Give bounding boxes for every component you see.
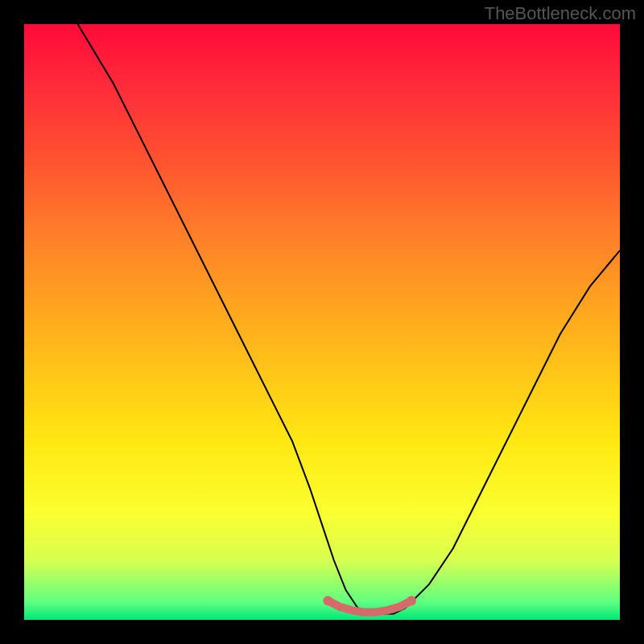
highlight-endpoint-right (407, 596, 416, 605)
bottleneck-curve (78, 24, 620, 614)
highlight-endpoint-left (323, 596, 332, 605)
chart-svg (24, 24, 620, 620)
watermark-text: TheBottleneck.com (485, 3, 636, 24)
plot-area (24, 24, 620, 620)
optimal-range-highlight (328, 601, 411, 612)
chart-container: TheBottleneck.com (0, 0, 644, 644)
